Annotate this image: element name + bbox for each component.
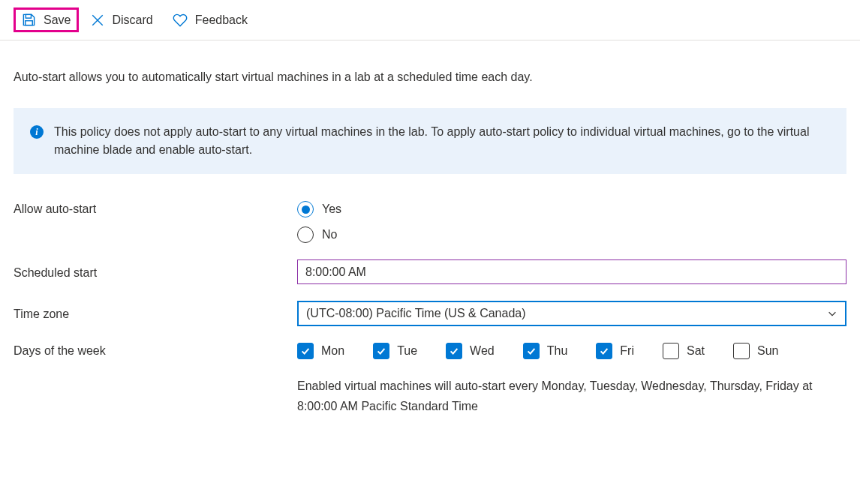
checkbox-icon [297, 343, 314, 359]
day-label: Mon [321, 344, 344, 358]
radio-no[interactable]: No [297, 226, 846, 243]
svg-rect-1 [26, 21, 33, 26]
radio-no-label: No [322, 228, 337, 242]
radio-circle-icon [297, 201, 314, 218]
info-icon: i [30, 125, 44, 139]
checkbox-icon [373, 343, 389, 359]
day-label: Wed [470, 344, 495, 358]
days-container: MonTueWedThuFriSatSun [297, 343, 846, 359]
scheduled-start-input[interactable] [297, 260, 846, 284]
radio-circle-icon [297, 226, 314, 243]
day-label: Fri [620, 344, 634, 358]
time-zone-value: (UTC-08:00) Pacific Time (US & Canada) [306, 307, 526, 320]
save-label: Save [44, 14, 71, 27]
checkbox-icon [523, 343, 540, 359]
svg-rect-0 [26, 14, 31, 18]
content-area: Auto-start allows you to automatically s… [0, 40, 860, 431]
day-label: Tue [397, 344, 417, 358]
day-checkbox-sun[interactable]: Sun [733, 343, 778, 359]
checkbox-icon [663, 343, 679, 359]
row-days-of-week: Days of the week MonTueWedThuFriSatSun [14, 343, 846, 359]
discard-button[interactable]: Discard [83, 9, 160, 32]
day-label: Thu [547, 344, 568, 358]
info-text: This policy does not apply auto-start to… [54, 123, 830, 159]
close-icon [91, 14, 104, 27]
day-label: Sat [687, 344, 705, 358]
day-checkbox-fri[interactable]: Fri [596, 343, 634, 359]
label-time-zone: Time zone [14, 306, 297, 321]
schedule-summary: Enabled virtual machines will auto-start… [297, 376, 837, 416]
day-label: Sun [757, 344, 778, 358]
heart-icon [173, 13, 188, 28]
time-zone-select[interactable]: (UTC-08:00) Pacific Time (US & Canada) [297, 301, 846, 326]
day-checkbox-thu[interactable]: Thu [523, 343, 568, 359]
label-days-of-week: Days of the week [14, 343, 297, 358]
save-icon [22, 13, 36, 27]
row-scheduled-start: Scheduled start [14, 260, 846, 284]
page-description: Auto-start allows you to automatically s… [14, 70, 846, 84]
radio-yes-label: Yes [322, 202, 341, 216]
radio-yes[interactable]: Yes [297, 201, 846, 218]
feedback-label: Feedback [195, 14, 248, 27]
label-allow-autostart: Allow auto-start [14, 201, 297, 216]
toolbar: Save Discard Feedback [0, 0, 860, 40]
discard-label: Discard [112, 14, 152, 27]
radio-group-autostart: Yes No [297, 201, 846, 243]
info-banner: i This policy does not apply auto-start … [14, 108, 846, 174]
day-checkbox-mon[interactable]: Mon [297, 343, 344, 359]
day-checkbox-wed[interactable]: Wed [446, 343, 495, 359]
checkbox-icon [446, 343, 462, 359]
day-checkbox-sat[interactable]: Sat [663, 343, 705, 359]
row-time-zone: Time zone (UTC-08:00) Pacific Time (US &… [14, 301, 846, 326]
row-allow-autostart: Allow auto-start Yes No [14, 201, 846, 243]
save-button[interactable]: Save [14, 8, 79, 32]
day-checkbox-tue[interactable]: Tue [373, 343, 417, 359]
feedback-button[interactable]: Feedback [165, 8, 255, 32]
checkbox-icon [733, 343, 750, 359]
checkbox-icon [596, 343, 612, 359]
chevron-down-icon [827, 308, 837, 319]
label-scheduled-start: Scheduled start [14, 265, 297, 280]
